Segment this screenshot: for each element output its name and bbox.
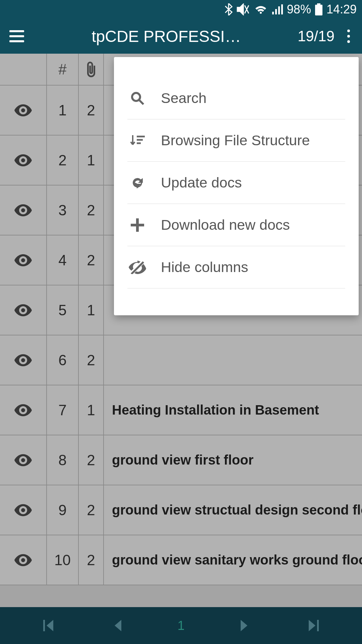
wifi-icon bbox=[254, 4, 267, 14]
popup-item-label: Download new docs bbox=[161, 217, 345, 233]
next-page-button[interactable] bbox=[234, 620, 254, 631]
popup-item-label: Browsing File Structure bbox=[161, 132, 345, 149]
bluetooth-icon bbox=[225, 3, 233, 15]
popup-item-label: Hide columns bbox=[161, 259, 345, 275]
status-bar: 98% 14:29 bbox=[0, 0, 362, 19]
app-title: tpCDE PROFESSI… bbox=[35, 27, 298, 46]
popup-item-label: Update docs bbox=[161, 174, 345, 191]
popup-item-refresh[interactable]: Update docs bbox=[127, 162, 345, 204]
more-options-button[interactable] bbox=[345, 27, 353, 46]
sort-icon bbox=[127, 134, 147, 147]
last-page-button[interactable] bbox=[304, 620, 324, 631]
item-counter: 19/19 bbox=[298, 28, 335, 45]
prev-page-button[interactable] bbox=[108, 620, 128, 631]
options-popup: SearchBrowsing File StructureUpdate docs… bbox=[114, 57, 359, 315]
battery-percent: 98% bbox=[287, 2, 311, 16]
menu-button[interactable] bbox=[9, 29, 24, 44]
signal-icon bbox=[272, 4, 283, 14]
app-bar: tpCDE PROFESSI… 19/19 bbox=[0, 19, 362, 54]
popup-item-sort[interactable]: Browsing File Structure bbox=[127, 119, 345, 162]
content-area: # 12213242516271Heating Installation in … bbox=[0, 54, 362, 607]
refresh-icon bbox=[127, 175, 147, 190]
svg-rect-0 bbox=[315, 5, 322, 15]
clock-time: 14:29 bbox=[326, 2, 357, 16]
plus-icon bbox=[127, 218, 147, 232]
mute-icon bbox=[237, 3, 250, 15]
popup-item-label: Search bbox=[161, 90, 345, 106]
svg-rect-1 bbox=[317, 3, 320, 5]
svg-point-2 bbox=[132, 93, 140, 101]
current-page: 1 bbox=[177, 619, 184, 633]
search-icon bbox=[127, 91, 147, 106]
popup-item-hide[interactable]: Hide columns bbox=[127, 246, 345, 288]
bottom-nav: 1 bbox=[0, 607, 362, 644]
first-page-button[interactable] bbox=[38, 620, 58, 631]
hide-icon bbox=[127, 261, 147, 274]
battery-icon bbox=[315, 3, 322, 15]
popup-item-search[interactable]: Search bbox=[127, 77, 345, 119]
popup-item-plus[interactable]: Download new docs bbox=[127, 204, 345, 246]
